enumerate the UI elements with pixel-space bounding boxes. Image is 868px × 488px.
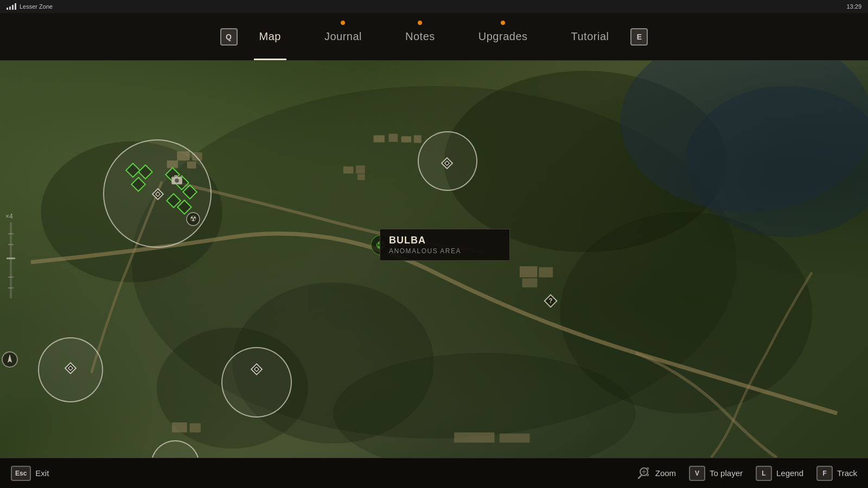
svg-rect-24 xyxy=(520,266,538,277)
location-name: BULBA xyxy=(389,235,461,246)
svg-rect-11 xyxy=(401,136,412,142)
bottom-bar: Esc Exit Zoom V To player L Legend xyxy=(0,458,868,488)
system-bar: Lesser Zone 13:29 xyxy=(0,0,868,13)
zone-circle-bottom xyxy=(151,440,200,458)
map-marker-3 xyxy=(133,179,145,191)
tab-notes[interactable]: Notes xyxy=(384,13,457,60)
zoom-label-text: Zoom xyxy=(655,468,676,478)
system-time: 13:29 xyxy=(846,3,861,10)
svg-rect-31 xyxy=(174,175,177,177)
zoom-scale: ×4 xyxy=(5,213,16,300)
tab-journal[interactable]: Journal xyxy=(303,13,384,60)
zoom-item: Zoom xyxy=(637,466,676,480)
location-tooltip: BULBA ANOMALOUS AREA xyxy=(380,229,510,261)
exit-key[interactable]: Esc xyxy=(11,466,31,481)
svg-rect-17 xyxy=(343,166,354,174)
exit-label: Exit xyxy=(35,468,49,478)
map-marker-camera xyxy=(169,172,184,190)
svg-rect-25 xyxy=(539,267,553,278)
map-marker-white-1 xyxy=(150,187,165,204)
svg-rect-27 xyxy=(152,189,163,200)
map-container[interactable]: ☢ ? xyxy=(0,61,868,458)
svg-rect-23 xyxy=(500,433,530,442)
nav-right-key[interactable]: E xyxy=(630,28,648,46)
svg-rect-10 xyxy=(388,134,398,142)
svg-rect-36 xyxy=(65,363,76,374)
map-marker-lower-left xyxy=(63,361,78,378)
svg-rect-38 xyxy=(251,364,262,375)
signal-icon xyxy=(7,3,16,10)
tab-tutorial[interactable]: Tutorial xyxy=(550,13,631,60)
radiation-marker: ☢ xyxy=(186,211,201,227)
location-type: ANOMALOUS AREA xyxy=(389,247,461,255)
legend-item: L Legend xyxy=(756,466,803,481)
nav-bar: Q Map Journal Notes Upgrades Tutorial E xyxy=(0,13,868,61)
exit-item: Esc Exit xyxy=(11,466,49,481)
map-marker-center-lower xyxy=(249,362,264,379)
player-position xyxy=(1,351,18,370)
svg-rect-46 xyxy=(8,233,14,234)
track-key[interactable]: F xyxy=(816,466,833,481)
bottom-right: Zoom V To player L Legend F Track xyxy=(637,466,857,481)
system-bar-left: Lesser Zone xyxy=(7,3,53,10)
map-marker-1 xyxy=(127,165,139,177)
svg-rect-48 xyxy=(8,277,14,278)
track-item: F Track xyxy=(816,466,857,481)
map-marker-question: ? xyxy=(542,293,559,311)
svg-point-30 xyxy=(175,178,179,183)
tab-upgrades[interactable]: Upgrades xyxy=(457,13,550,60)
tooltip-text: BULBA ANOMALOUS AREA xyxy=(389,235,461,255)
svg-rect-21 xyxy=(189,423,200,433)
svg-rect-12 xyxy=(414,135,422,143)
svg-point-4 xyxy=(444,71,726,252)
svg-rect-45 xyxy=(7,258,15,259)
svg-rect-49 xyxy=(8,287,14,288)
svg-rect-19 xyxy=(358,174,365,180)
app-name: Lesser Zone xyxy=(20,3,53,10)
svg-text:☢: ☢ xyxy=(190,214,197,223)
to-player-label: To player xyxy=(710,468,743,478)
nav-left-key[interactable]: Q xyxy=(220,28,238,46)
nav-tabs: Map Journal Notes Upgrades Tutorial xyxy=(238,13,631,60)
svg-point-8 xyxy=(686,86,868,237)
svg-rect-20 xyxy=(172,422,187,433)
svg-rect-47 xyxy=(8,244,14,245)
map-marker-2 xyxy=(140,166,152,178)
tab-map[interactable]: Map xyxy=(238,13,303,60)
to-player-item: V To player xyxy=(689,466,743,481)
map-marker-upper-right xyxy=(439,156,455,173)
svg-point-6 xyxy=(333,353,635,458)
svg-rect-9 xyxy=(374,135,385,142)
legend-key[interactable]: L xyxy=(756,466,772,481)
svg-rect-22 xyxy=(454,433,494,443)
legend-label: Legend xyxy=(776,468,803,478)
svg-point-7 xyxy=(621,61,868,212)
zone-circle-center-lower xyxy=(221,347,292,418)
to-player-key[interactable]: V xyxy=(689,466,705,481)
map-marker-6 xyxy=(184,187,196,198)
svg-line-64 xyxy=(639,476,641,478)
svg-text:?: ? xyxy=(548,297,552,305)
zoom-icon xyxy=(637,466,651,480)
svg-rect-34 xyxy=(442,158,452,169)
zoom-label: ×4 xyxy=(5,213,16,220)
track-label: Track xyxy=(837,468,857,478)
svg-rect-18 xyxy=(356,165,365,174)
svg-rect-26 xyxy=(522,278,538,287)
svg-point-2 xyxy=(560,212,812,414)
map-background: ☢ ? xyxy=(0,61,868,458)
